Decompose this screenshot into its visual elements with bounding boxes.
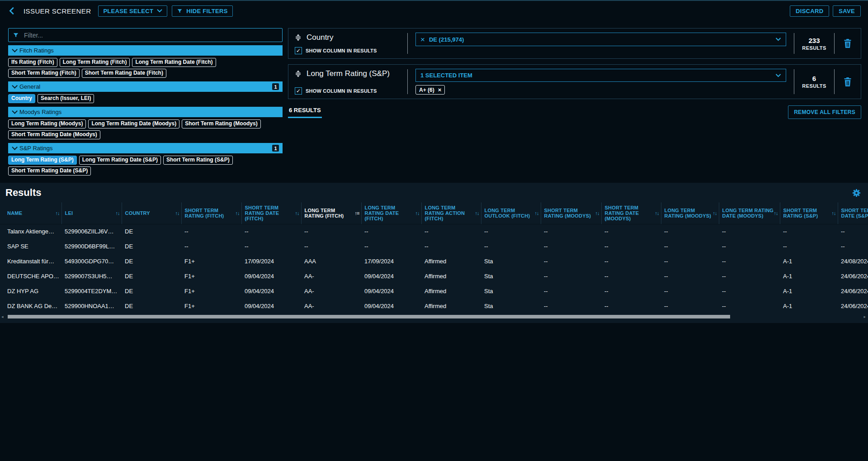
table-cell: --: [541, 299, 601, 314]
back-icon[interactable]: [7, 5, 18, 16]
screen-select-dropdown[interactable]: PLEASE SELECT: [98, 5, 167, 17]
remove-value-icon[interactable]: ×: [438, 86, 442, 93]
column-header-long-term-rating-moodys[interactable]: LONG TERM RATING (MOODYS)↑↓: [661, 203, 719, 224]
field-chip-short-term-rating-fitch[interactable]: Short Term Rating (Fitch): [8, 69, 80, 78]
sort-icon[interactable]: ↑↓: [236, 210, 240, 216]
discard-button[interactable]: DISCARD: [790, 5, 829, 17]
section-header-s-p-ratings[interactable]: S&P Ratings1: [8, 143, 283, 153]
section-chips: Long Term Rating (Moodys)Long Term Ratin…: [8, 117, 283, 140]
table-cell: F1+: [181, 269, 241, 284]
table-cell: --: [301, 239, 361, 254]
field-chip-short-term-rating-date-moodys[interactable]: Short Term Rating Date (Moodys): [8, 130, 100, 139]
table-row[interactable]: Talanx Aktienge…5299006ZIILJ6V…DE-------…: [0, 224, 868, 239]
column-header-short-term-rating-date-moodys[interactable]: SHORT TERM RATING DATE (MOODYS)↑↓: [601, 203, 661, 224]
table-row[interactable]: DZ HYP AG5299004TE2DYM…DEF1+09/04/2024AA…: [0, 284, 868, 299]
section-header-moodys-ratings[interactable]: Moodys Ratings: [8, 107, 283, 117]
table-cell: 09/04/2024: [241, 269, 301, 284]
column-header-long-term-rating-action-fitch[interactable]: LONG TERM RATING ACTION (FITCH)↑↓: [421, 203, 481, 224]
column-header-short-term-rating-moodys[interactable]: SHORT TERM RATING (MOODYS)↑↓: [541, 203, 601, 224]
clear-tag-icon[interactable]: ×: [420, 36, 425, 43]
field-chip-short-term-rating-date-fitch[interactable]: Short Term Rating Date (Fitch): [82, 69, 166, 78]
column-header-label: LEI: [65, 210, 116, 216]
field-chip-ifs-rating-fitch[interactable]: Ifs Rating (Fitch): [8, 58, 57, 67]
field-chip-long-term-rating-s-p[interactable]: Long Term Rating (S&P): [8, 156, 77, 165]
table-row[interactable]: Kreditanstalt für…549300GDPG70…DEF1+17/0…: [0, 254, 868, 269]
rating-select[interactable]: 1 SELECTED ITEM: [415, 69, 786, 82]
field-chip-long-term-rating-date-s-p[interactable]: Long Term Rating Date (S&P): [79, 156, 161, 165]
sort-active-icon[interactable]: ↑≡: [355, 210, 359, 216]
section-header-general[interactable]: General1: [8, 81, 283, 92]
field-chip-search-issuer-lei[interactable]: Search (Issuer, LEI): [38, 94, 94, 103]
chevron-down-icon: [775, 38, 781, 41]
column-header-long-term-rating-date-fitch[interactable]: LONG TERM RATING DATE (FITCH)↑↓: [361, 203, 421, 224]
field-chip-short-term-rating-moodys[interactable]: Short Term Rating (Moodys): [182, 119, 260, 128]
table-cell: Sta: [481, 254, 541, 269]
filter-results-count: 233: [808, 37, 820, 44]
column-header-country[interactable]: COUNTRY↑↓: [122, 203, 181, 224]
table-row[interactable]: DZ BANK AG De…529900HNOAA1…DEF1+09/04/20…: [0, 299, 868, 314]
column-header-short-term-rating-fitch[interactable]: SHORT TERM RATING (FITCH)↑↓: [181, 203, 241, 224]
scrollbar-thumb[interactable]: [8, 315, 730, 318]
delete-filter-button[interactable]: [835, 68, 861, 95]
checkmark-icon: ✓: [296, 88, 301, 94]
scroll-left-icon[interactable]: ◂: [0, 315, 5, 319]
results-count-tab[interactable]: 6 RESULTS: [288, 105, 322, 118]
sort-icon[interactable]: ↑↓: [655, 210, 659, 216]
field-chip-short-term-rating-s-p[interactable]: Short Term Rating (S&P): [163, 156, 233, 165]
trash-icon: [843, 77, 852, 87]
sort-icon[interactable]: ↑↓: [415, 210, 420, 216]
column-header-label: LONG TERM RATING DATE (FITCH): [365, 205, 415, 221]
column-header-long-term-outlook-fitch[interactable]: LONG TERM OUTLOOK (FITCH)↑↓: [481, 203, 541, 224]
save-button[interactable]: SAVE: [833, 5, 861, 17]
scroll-right-icon[interactable]: ▸: [862, 315, 867, 319]
sort-icon[interactable]: ↑↓: [774, 210, 778, 216]
sort-icon[interactable]: ↑↓: [475, 210, 479, 216]
delete-filter-button[interactable]: [835, 32, 861, 55]
column-header-long-term-rating-date-moodys[interactable]: LONG TERM RATING DATE (MOODYS)↑↓: [719, 203, 780, 224]
sort-icon[interactable]: ↑↓: [832, 210, 836, 216]
selected-value-chip[interactable]: A+ (6) ×: [415, 85, 445, 95]
field-chip-long-term-rating-date-moodys[interactable]: Long Term Rating Date (Moodys): [88, 119, 179, 128]
table-row[interactable]: SAP SE529900D6BF99L…DE------------------…: [0, 239, 868, 254]
column-header-long-term-rating-fitch[interactable]: LONG TERM RATING (FITCH)↑≡: [301, 203, 361, 224]
table-cell: A-1: [780, 269, 838, 284]
column-header-short-term-rating-date-s-p[interactable]: SHORT TERM RATING DATE (S&P)↑↓: [838, 203, 868, 224]
horizontal-scrollbar[interactable]: ◂ ▸: [0, 314, 868, 319]
settings-gear-icon[interactable]: [852, 189, 861, 197]
table-cell: --: [601, 269, 661, 284]
column-header-label: NAME: [7, 210, 56, 216]
selected-value-label: A+ (6): [419, 87, 434, 93]
sort-icon[interactable]: ↑↓: [175, 210, 179, 216]
table-cell: 5299006ZIILJ6V…: [61, 224, 122, 239]
sort-icon[interactable]: ↑↓: [535, 210, 539, 216]
drag-handle-icon[interactable]: [295, 34, 302, 41]
table-cell: A-1: [780, 299, 838, 314]
column-header-short-term-rating-date-fitch[interactable]: SHORT TERM RATING DATE (FITCH)↑↓: [241, 203, 301, 224]
column-header-lei[interactable]: LEI↑↓: [61, 203, 122, 224]
section-header-fitch-ratings[interactable]: Fitch Ratings: [8, 45, 283, 56]
table-cell: --: [719, 299, 780, 314]
table-cell: AA-: [301, 299, 361, 314]
field-chip-long-term-rating-date-fitch[interactable]: Long Term Rating Date (Fitch): [132, 58, 216, 67]
filter-search-input[interactable]: [23, 31, 278, 39]
sort-icon[interactable]: ↑↓: [56, 210, 60, 216]
column-header-short-term-rating-s-p[interactable]: SHORT TERM RATING (S&P)↑↓: [780, 203, 838, 224]
country-select[interactable]: × DE (215,974): [415, 33, 786, 46]
column-header-name[interactable]: NAME↑↓: [0, 203, 61, 224]
sort-icon[interactable]: ↑↓: [713, 210, 717, 216]
show-column-checkbox[interactable]: ✓: [295, 47, 302, 54]
field-chip-long-term-rating-fitch[interactable]: Long Term Rating (Fitch): [60, 58, 130, 67]
hide-filters-button[interactable]: HIDE FILTERS: [172, 5, 232, 17]
remove-all-filters-button[interactable]: REMOVE ALL FILTERS: [788, 105, 861, 119]
sort-icon[interactable]: ↑↓: [295, 210, 299, 216]
results-table: NAME↑↓LEI↑↓COUNTRY↑↓SHORT TERM RATING (F…: [0, 203, 868, 314]
filter-funnel-icon: [177, 8, 183, 14]
drag-handle-icon[interactable]: [295, 70, 302, 77]
sort-icon[interactable]: ↑↓: [116, 210, 120, 216]
show-column-checkbox[interactable]: ✓: [295, 87, 302, 95]
field-chip-long-term-rating-moodys[interactable]: Long Term Rating (Moodys): [8, 119, 86, 128]
sort-icon[interactable]: ↑↓: [595, 210, 599, 216]
table-row[interactable]: DEUTSCHE APO…5299007S3UH5…DEF1+09/04/202…: [0, 269, 868, 284]
field-chip-short-term-rating-date-s-p[interactable]: Short Term Rating Date (S&P): [8, 166, 91, 176]
field-chip-country[interactable]: Country: [8, 94, 35, 103]
